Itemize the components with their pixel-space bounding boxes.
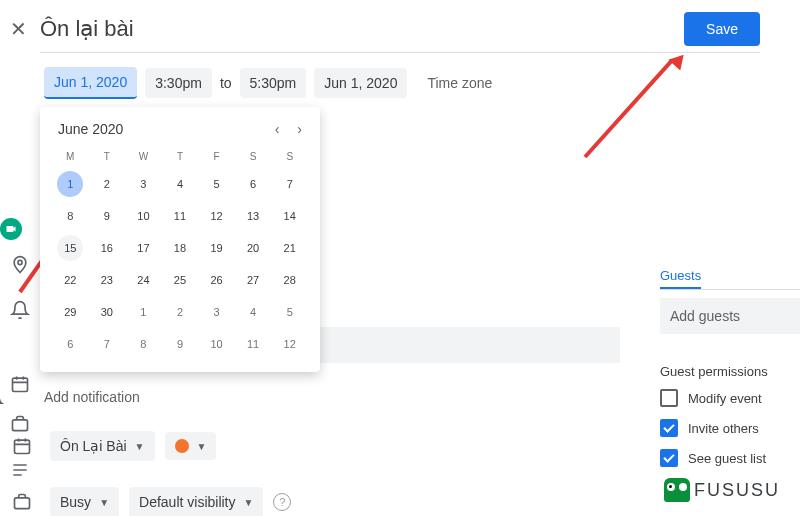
description-icon-gutter: [10, 460, 30, 480]
modify-event-label: Modify event: [688, 391, 762, 406]
calendar-day[interactable]: 7: [94, 331, 120, 357]
invite-others-label: Invite others: [688, 421, 759, 436]
availability-select[interactable]: Busy▼: [50, 487, 119, 516]
calendar-day[interactable]: 17: [130, 235, 156, 261]
save-button[interactable]: Save: [684, 12, 760, 46]
calendar-day[interactable]: 8: [130, 331, 156, 357]
invite-others-checkbox[interactable]: [660, 419, 678, 437]
location-pin-icon: [10, 255, 30, 275]
see-guest-list-checkbox[interactable]: [660, 449, 678, 467]
add-notification-link[interactable]: Add notification: [40, 389, 620, 405]
calendar-day[interactable]: 22: [57, 267, 83, 293]
calendar-day[interactable]: 28: [277, 267, 303, 293]
event-title-input[interactable]: [40, 12, 684, 46]
calendar-day[interactable]: 8: [57, 203, 83, 229]
calendar-day[interactable]: 11: [240, 331, 266, 357]
calendar-day[interactable]: 11: [167, 203, 193, 229]
calendar-day[interactable]: 12: [277, 331, 303, 357]
calendar-icon-gutter: [10, 374, 30, 394]
calendar-day[interactable]: 30: [94, 299, 120, 325]
timezone-link[interactable]: Time zone: [427, 75, 492, 91]
calendar-day[interactable]: 4: [167, 171, 193, 197]
calendar-day[interactable]: 5: [277, 299, 303, 325]
calendar-day[interactable]: 26: [204, 267, 230, 293]
bell-icon-gutter: [10, 300, 30, 320]
color-dot-icon: [175, 439, 189, 453]
calendar-day[interactable]: 4: [240, 299, 266, 325]
calendar-dow: F: [198, 145, 235, 168]
calendar-select[interactable]: Ôn Lại Bài▼: [50, 431, 155, 461]
calendar-day[interactable]: 20: [240, 235, 266, 261]
end-time-chip[interactable]: 5:30pm: [240, 68, 307, 98]
calendar-day[interactable]: 10: [204, 331, 230, 357]
calendar-day[interactable]: 24: [130, 267, 156, 293]
calendar-day[interactable]: 14: [277, 203, 303, 229]
svg-point-5: [18, 260, 22, 264]
owl-icon: [664, 478, 690, 502]
calendar-day[interactable]: 13: [240, 203, 266, 229]
calendar-day[interactable]: 27: [240, 267, 266, 293]
calendar-dow: S: [235, 145, 272, 168]
calendar-day[interactable]: 12: [204, 203, 230, 229]
calendar-dow: M: [52, 145, 89, 168]
briefcase-icon: [12, 492, 32, 512]
next-month-icon[interactable]: ›: [297, 121, 302, 137]
svg-rect-1: [15, 498, 30, 509]
color-select[interactable]: ▼: [165, 432, 217, 460]
calendar-day[interactable]: 3: [130, 171, 156, 197]
svg-rect-0: [15, 440, 30, 453]
brand-logo: FUSUSU: [664, 478, 780, 502]
calendar-day[interactable]: 6: [240, 171, 266, 197]
video-call-badge-icon[interactable]: [0, 218, 22, 240]
calendar-dow: T: [89, 145, 126, 168]
svg-rect-7: [13, 420, 28, 431]
start-date-chip[interactable]: Jun 1, 2020: [44, 67, 137, 99]
calendar-day[interactable]: 1: [130, 299, 156, 325]
calendar-day[interactable]: 23: [94, 267, 120, 293]
calendar-day[interactable]: 29: [57, 299, 83, 325]
calendar-day[interactable]: 7: [277, 171, 303, 197]
briefcase-icon-gutter: [10, 414, 30, 434]
help-icon[interactable]: ?: [273, 493, 291, 511]
calendar-day[interactable]: 2: [167, 299, 193, 325]
calendar-day[interactable]: 9: [94, 203, 120, 229]
calendar-day[interactable]: 3: [204, 299, 230, 325]
calendar-dow: W: [125, 145, 162, 168]
visibility-select[interactable]: Default visibility▼: [129, 487, 263, 516]
tab-guests[interactable]: Guests: [660, 268, 701, 289]
calendar-month-title: June 2020: [58, 121, 123, 137]
guest-permissions-label: Guest permissions: [660, 364, 800, 379]
close-icon[interactable]: ✕: [10, 17, 40, 41]
calendar-day[interactable]: 1: [57, 171, 83, 197]
calendar-day[interactable]: 2: [94, 171, 120, 197]
calendar-day[interactable]: 18: [167, 235, 193, 261]
calendar-day[interactable]: 5: [204, 171, 230, 197]
prev-month-icon[interactable]: ‹: [275, 121, 280, 137]
calendar-day[interactable]: 9: [167, 331, 193, 357]
calendar-dow: T: [162, 145, 199, 168]
to-label: to: [220, 75, 232, 91]
date-picker-popup: June 2020 ‹ › MTWTFSS1234567891011121314…: [40, 107, 320, 372]
calendar-day[interactable]: 16: [94, 235, 120, 261]
see-guest-list-label: See guest list: [688, 451, 766, 466]
calendar-day[interactable]: 19: [204, 235, 230, 261]
calendar-day[interactable]: 21: [277, 235, 303, 261]
svg-rect-6: [13, 378, 28, 391]
calendar-day[interactable]: 6: [57, 331, 83, 357]
calendar-day[interactable]: 25: [167, 267, 193, 293]
bell-icon: [0, 389, 4, 409]
calendar-day[interactable]: 10: [130, 203, 156, 229]
calendar-dow: S: [271, 145, 308, 168]
calendar-icon: [12, 436, 32, 456]
modify-event-checkbox[interactable]: [660, 389, 678, 407]
end-date-chip[interactable]: Jun 1, 2020: [314, 68, 407, 98]
start-time-chip[interactable]: 3:30pm: [145, 68, 212, 98]
calendar-day[interactable]: 15: [57, 235, 83, 261]
add-guests-input[interactable]: Add guests: [660, 298, 800, 334]
